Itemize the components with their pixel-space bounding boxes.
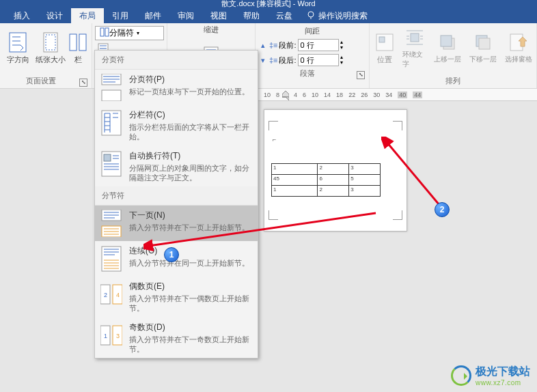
text-direction-button[interactable]: 字方向 <box>3 25 33 71</box>
tab-review[interactable]: 审阅 <box>169 8 202 24</box>
position-label: 位置 <box>377 55 392 65</box>
wrap-icon <box>404 27 426 48</box>
svg-rect-6 <box>79 34 86 51</box>
page-setup-launcher[interactable]: ⤡ <box>79 79 87 87</box>
spacing-before-input[interactable] <box>298 39 339 51</box>
selection-pane-button[interactable]: 选择窗格 <box>504 25 534 71</box>
chevron-down-icon: ▾ <box>137 30 139 36</box>
page-size-icon <box>40 31 61 53</box>
svg-rect-13 <box>411 33 419 42</box>
spinner-buttons[interactable]: ▴▾ <box>340 40 343 51</box>
page-break-desc: 标记一页结束与下一页开始的位置。 <box>129 87 252 96</box>
position-button[interactable]: 位置 <box>372 25 397 71</box>
table-row: 123 <box>272 164 381 175</box>
tab-cloud[interactable]: 云盘 <box>268 8 301 24</box>
watermark-url: www.xz7.com <box>476 379 530 387</box>
watermark: 极光下载站 www.xz7.com <box>451 365 530 387</box>
send-backward-button[interactable]: 下移一层 <box>468 25 498 71</box>
menu-next-page[interactable]: 下一页(N) 插入分节符并在下一页上开始新节。 <box>95 206 258 241</box>
spinner-up-icon[interactable]: ▴ <box>258 41 268 50</box>
annotation-badge-2: 2 <box>435 202 450 217</box>
margins-label: 纸张大小 <box>36 55 66 65</box>
svg-rect-15 <box>441 36 452 46</box>
continuous-desc: 插入分节符并在同一页上开始新节。 <box>129 258 252 268</box>
wrap-button[interactable]: 环绕文字 <box>402 25 427 71</box>
svg-rect-5 <box>70 34 77 51</box>
menu-even-page[interactable]: 24 偶数页(E) 插入分节符并在下一偶数页上开始新节。 <box>95 277 258 318</box>
tab-design[interactable]: 设计 <box>38 8 71 24</box>
svg-text:1: 1 <box>104 333 107 339</box>
bring-forward-button[interactable]: 上移一层 <box>432 25 463 71</box>
paragraph-group-label: 段落 <box>258 68 357 79</box>
tell-me-search[interactable]: 操作说明搜索 <box>306 10 368 22</box>
page-break-title: 分页符(P) <box>129 74 252 85</box>
spinner-buttons2[interactable]: ▴▾ <box>340 55 343 66</box>
tab-references[interactable]: 引用 <box>104 8 137 24</box>
crop-mark-br <box>393 210 402 220</box>
document-page[interactable]: ⌐ 123 4565 123 <box>264 109 407 232</box>
document-area: 108 2 4610 141822 263034 4044 ⌐ 123 4565… <box>258 89 537 392</box>
next-page-desc: 插入分节符并在下一页上开始新节。 <box>129 223 252 232</box>
ribbon-content: 字方向 纸张大小 栏 页面设置 ⤡ 分隔 <box>0 23 537 89</box>
spacing-after-label: 段后: <box>279 55 296 66</box>
menu-page-break[interactable]: 分页符(P) 标记一页结束与下一页开始的位置。 <box>95 70 258 105</box>
tab-help[interactable]: 帮助 <box>235 8 268 24</box>
group-spacing: 间距 ▴ ‡≡ 段前: ▴▾ ▾ ‡≡ 段后: ▴▾ 段落 ⤡ <box>256 23 370 88</box>
tab-insert[interactable]: 插入 <box>5 8 38 24</box>
spacing-after-input[interactable] <box>298 54 339 66</box>
breaks-icon <box>100 27 109 39</box>
svg-rect-20 <box>102 90 121 101</box>
svg-rect-8 <box>105 28 109 36</box>
group-arrange: 位置 环绕文字 上移一层 下移一层 选择窗格 排列 <box>370 23 537 88</box>
odd-page-desc: 插入分节符并在下一奇数页上开始新节。 <box>129 335 252 354</box>
spacing-after-arrow-icon: ‡≡ <box>269 56 278 64</box>
tab-mailings[interactable]: 邮件 <box>137 8 169 24</box>
table-row: 4565 <box>272 175 381 186</box>
spinner-down-icon[interactable]: ▾ <box>258 56 268 65</box>
menu-text-wrap[interactable]: 自动换行符(T) 分隔网页上的对象周围的文字，如分隔题注文字与正文。 <box>95 146 258 187</box>
indent-marker-icon[interactable] <box>282 91 289 100</box>
lightbulb-icon <box>306 10 316 22</box>
next-page-title: 下一页(N) <box>129 210 252 221</box>
breaks-menu: 分页符 分页符(P) 标记一页结束与下一页开始的位置。 分栏符(C) 指示分栏符… <box>94 50 258 359</box>
document-table[interactable]: 123 4565 123 <box>271 163 381 197</box>
svg-rect-7 <box>100 28 104 36</box>
columns-button[interactable]: 栏 <box>68 25 87 71</box>
watermark-logo-icon <box>451 365 471 386</box>
watermark-text: 极光下载站 <box>476 365 530 379</box>
margins-button[interactable]: 纸张大小 <box>36 25 66 71</box>
even-page-icon: 24 <box>100 281 122 308</box>
tab-view[interactable]: 视图 <box>202 8 235 24</box>
crop-mark-tl <box>268 121 278 130</box>
breaks-dropdown[interactable]: 分隔符 ▾ <box>95 26 163 40</box>
svg-rect-2 <box>10 33 26 52</box>
annotation-badge-1: 1 <box>164 247 179 262</box>
paragraph-launcher[interactable]: ⤡ <box>357 71 365 79</box>
menu-column-break[interactable]: 分栏符(C) 指示分栏符后面的文字将从下一栏开始。 <box>95 105 258 146</box>
wrap-label: 环绕文字 <box>402 50 427 69</box>
odd-page-title: 奇数页(D) <box>129 322 252 333</box>
forward-label: 上移一层 <box>434 55 461 64</box>
horizontal-ruler[interactable]: 108 2 4610 141822 263034 4044 <box>258 89 537 101</box>
page-breaks-header: 分页符 <box>95 51 258 70</box>
text-wrap-desc: 分隔网页上的对象周围的文字，如分隔题注文字与正文。 <box>129 163 252 183</box>
bring-forward-icon <box>437 31 458 53</box>
even-page-desc: 插入分节符并在下一偶数页上开始新节。 <box>129 294 252 313</box>
svg-point-0 <box>308 12 314 17</box>
column-break-icon <box>100 109 122 137</box>
text-wrap-icon <box>100 150 122 178</box>
selection-label: 选择窗格 <box>505 55 532 64</box>
columns-icon <box>67 31 89 53</box>
svg-text:3: 3 <box>116 333 120 339</box>
spacing-before-label: 段前: <box>279 40 296 51</box>
tab-layout[interactable]: 布局 <box>71 8 104 24</box>
text-wrap-title: 自动换行符(T) <box>129 150 252 162</box>
menu-odd-page[interactable]: 13 奇数页(D) 插入分节符并在下一奇数页上开始新节。 <box>95 318 258 359</box>
arrange-group-label: 排列 <box>372 75 534 87</box>
table-row: 123 <box>272 186 381 197</box>
group-page-setup: 字方向 纸张大小 栏 页面设置 ⤡ <box>0 23 92 88</box>
page-break-icon <box>100 74 122 101</box>
breaks-label: 分隔符 <box>109 27 134 39</box>
crop-mark-bl <box>268 210 278 220</box>
svg-rect-26 <box>102 247 121 271</box>
